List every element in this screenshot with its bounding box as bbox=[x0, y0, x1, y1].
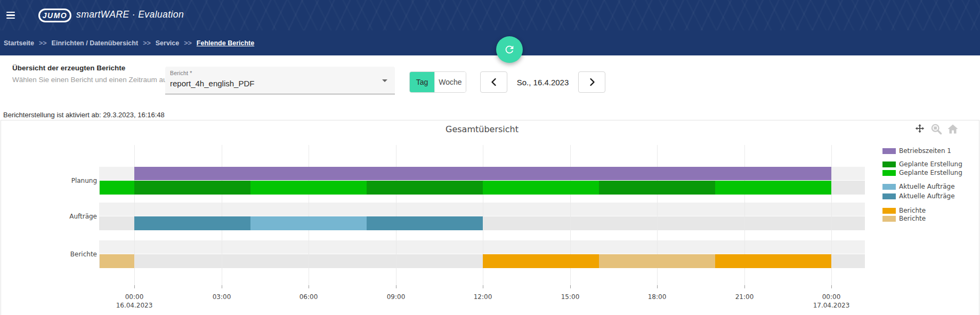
timeline-bar-segment[interactable] bbox=[715, 254, 831, 268]
row-band-top-bg bbox=[99, 203, 865, 216]
legend-swatch[interactable] bbox=[882, 193, 896, 199]
row-label: Aufträge bbox=[0, 213, 98, 220]
timeline-bar-segment[interactable] bbox=[100, 254, 134, 268]
x-tick-date-first: 16.04.2023 bbox=[110, 302, 158, 309]
timeline-bar-segment[interactable] bbox=[599, 181, 715, 195]
axis-tick bbox=[483, 285, 483, 288]
legend-swatch[interactable] bbox=[882, 170, 896, 176]
legend-swatch[interactable] bbox=[882, 216, 896, 222]
gridline bbox=[396, 145, 396, 285]
legend-swatch[interactable] bbox=[882, 148, 896, 154]
timeline-bar-segment[interactable] bbox=[483, 254, 599, 268]
legend-label[interactable]: Berichte bbox=[899, 215, 926, 222]
gridline bbox=[309, 145, 309, 285]
legend-label[interactable]: Geplante Erstellung bbox=[899, 169, 962, 176]
gridline bbox=[134, 145, 135, 285]
timeline-bar-segment[interactable] bbox=[250, 181, 367, 195]
x-tick-date-last: 17.04.2023 bbox=[807, 302, 855, 309]
axis-tick bbox=[222, 285, 222, 288]
x-tick-label: 12:00 bbox=[459, 293, 507, 301]
legend-swatch[interactable] bbox=[882, 161, 896, 167]
axis-tick bbox=[744, 285, 745, 288]
gridline bbox=[831, 145, 832, 285]
x-tick-label: 21:00 bbox=[720, 293, 768, 301]
axis-tick bbox=[570, 285, 571, 288]
timeline-bar-segment[interactable] bbox=[134, 216, 250, 230]
x-tick-label: 15:00 bbox=[546, 293, 594, 301]
row-label: Planung bbox=[0, 177, 98, 184]
timeline-bar-segment[interactable] bbox=[134, 167, 831, 180]
x-tick-label: 03:00 bbox=[198, 293, 246, 301]
app-root: JUMO smartWARE · Evaluation Startseite >… bbox=[0, 0, 980, 315]
timeline-bar-segment[interactable] bbox=[715, 181, 831, 195]
legend-label[interactable]: Berichte bbox=[899, 207, 926, 214]
legend-swatch[interactable] bbox=[882, 208, 896, 214]
legend-label[interactable]: Geplante Erstellung bbox=[899, 160, 962, 168]
legend-label[interactable]: Betriebszeiten 1 bbox=[899, 147, 951, 155]
row-label: Berichte bbox=[0, 251, 98, 258]
row-band-top-bg bbox=[99, 240, 865, 254]
axis-tick bbox=[657, 285, 658, 288]
x-tick-label: 00:00 bbox=[110, 293, 158, 301]
legend-swatch[interactable] bbox=[882, 184, 896, 190]
timeline-bar-segment[interactable] bbox=[250, 216, 367, 230]
x-tick-label: 18:00 bbox=[633, 293, 681, 301]
timeline-bar-segment[interactable] bbox=[367, 181, 483, 195]
timeline-bar-segment[interactable] bbox=[100, 181, 134, 195]
timeline-bar-segment[interactable] bbox=[134, 181, 250, 195]
axis-tick bbox=[396, 285, 396, 288]
timeline-bar-segment[interactable] bbox=[599, 254, 715, 268]
chart-plot-layer: 00:0003:0006:0009:0012:0015:0018:0021:00… bbox=[0, 0, 980, 315]
x-tick-label: 06:00 bbox=[285, 293, 333, 301]
legend-label[interactable]: Aktuelle Aufträge bbox=[899, 183, 955, 190]
timeline-bar-segment[interactable] bbox=[367, 216, 483, 230]
gridline bbox=[222, 145, 222, 285]
x-tick-label: 09:00 bbox=[372, 293, 420, 301]
timeline-bar-segment[interactable] bbox=[483, 181, 599, 195]
legend-label[interactable]: Aktuelle Aufträge bbox=[899, 192, 955, 200]
x-tick-label: 00:00 bbox=[807, 293, 855, 301]
axis-tick bbox=[309, 285, 309, 288]
axis-tick bbox=[134, 285, 135, 288]
axis-tick bbox=[831, 285, 832, 288]
